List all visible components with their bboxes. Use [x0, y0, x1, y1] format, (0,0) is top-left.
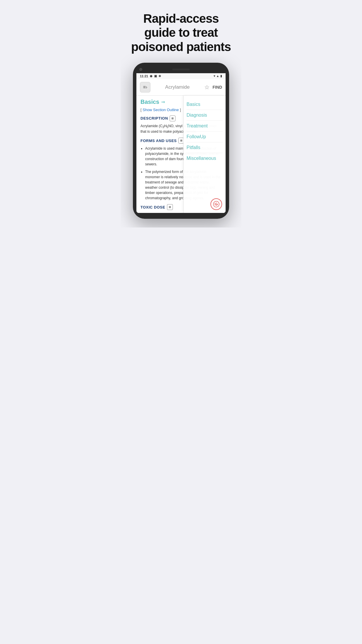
page-title: Rapid-access guide to treat poisoned pat… — [126, 12, 236, 54]
equalizer-icon — [213, 201, 219, 207]
toxic-dose-icon-symbol: ⊞ — [169, 206, 171, 209]
time-display: 11:21 — [140, 74, 148, 78]
phone-wrapper: 11:21 ◉ ▣ ⊕ ▾ ▲ ▮ ≡› Acrylamide ☆ — [121, 63, 241, 228]
forms-uses-icon-symbol: ⊞ — [180, 139, 183, 142]
sensor — [220, 68, 223, 71]
toxic-dose-label: TOXIC DOSE — [140, 205, 165, 209]
description-label: DESCRIPTION — [140, 116, 168, 120]
phone-frame: 11:21 ◉ ▣ ⊕ ▾ ▲ ▮ ≡› Acrylamide ☆ — [133, 63, 229, 219]
find-button[interactable]: FIND — [212, 85, 222, 90]
show-section-outline-link[interactable]: Show Section Outline — [143, 108, 179, 112]
nav-item-miscellaneous[interactable]: Miscellaneous — [187, 153, 223, 164]
app-topbar: ≡› Acrylamide ☆ FIND — [136, 79, 226, 96]
right-nav-panel: Basics Diagnosis Treatment FollowUp Pitf… — [183, 96, 226, 213]
status-bar: 11:21 ◉ ▣ ⊕ ▾ ▲ ▮ — [136, 73, 226, 79]
content-area: Basics ⇒ [ Show Section Outline ] DESCRI… — [136, 96, 226, 213]
signal-icon: ▲ — [216, 74, 219, 78]
app-title: Acrylamide — [150, 84, 204, 90]
bookmark-icon[interactable]: ☆ — [204, 84, 210, 91]
svg-point-5 — [216, 204, 217, 205]
nav-item-basics[interactable]: Basics — [187, 99, 223, 110]
basics-arrow-icon: ⇒ — [161, 99, 165, 105]
phone-screen: 11:21 ◉ ▣ ⊕ ▾ ▲ ▮ ≡› Acrylamide ☆ — [136, 73, 226, 213]
nav-item-treatment[interactable]: Treatment — [187, 121, 223, 132]
forms-uses-label: FORMS AND USES — [140, 139, 177, 143]
float-action-button[interactable] — [210, 198, 222, 210]
status-bar-left: 11:21 ◉ ▣ ⊕ — [140, 74, 161, 78]
logo-symbol: ≡› — [143, 85, 147, 90]
svg-point-6 — [217, 204, 218, 205]
description-icon[interactable]: ⊞ — [170, 116, 175, 121]
toxic-dose-icon[interactable]: ⊞ — [167, 204, 173, 210]
nav-item-diagnosis[interactable]: Diagnosis — [187, 110, 223, 121]
nav-item-pitfalls[interactable]: Pitfalls — [187, 142, 223, 153]
basics-label[interactable]: Basics — [140, 99, 159, 105]
app-topbar-actions: ☆ FIND — [204, 84, 222, 91]
app-logo[interactable]: ≡› — [140, 82, 150, 92]
svg-point-4 — [215, 204, 216, 204]
description-icon-symbol: ⊞ — [171, 117, 174, 120]
battery-icon: ▮ — [220, 74, 222, 78]
sim-icon: ▣ — [154, 74, 157, 78]
phone-notch — [136, 67, 226, 73]
wifi-icon: ▾ — [214, 74, 215, 78]
location-icon: ◉ — [150, 74, 152, 78]
status-bar-right: ▾ ▲ ▮ — [214, 74, 222, 78]
nav-item-followup[interactable]: FollowUp — [187, 132, 223, 142]
speaker — [172, 69, 190, 70]
page-header: Rapid-access guide to treat poisoned pat… — [121, 0, 241, 63]
data-icon: ⊕ — [159, 74, 161, 78]
show-outline-suffix: ] — [179, 108, 181, 112]
camera-icon — [139, 68, 142, 71]
